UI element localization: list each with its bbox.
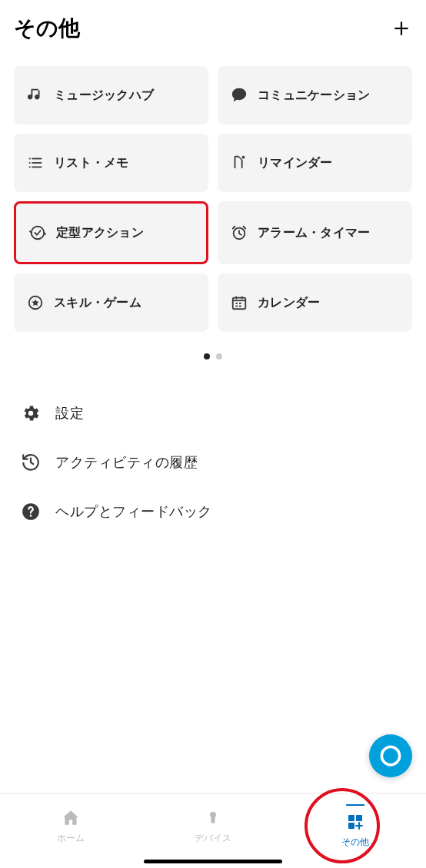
menu-list: 設定 アクティビティの履歴 ヘルプとフィードバック [0, 389, 426, 536]
list-item-help-feedback[interactable]: ヘルプとフィードバック [14, 487, 412, 536]
svg-point-9 [32, 227, 45, 240]
page-title: その他 [14, 14, 80, 43]
svg-rect-2 [29, 158, 31, 160]
tile-label: アラーム・タイマー [258, 225, 371, 241]
list-label: アクティビティの履歴 [55, 453, 198, 472]
routine-icon [28, 224, 47, 242]
tile-label: リマインダー [258, 155, 333, 171]
gear-icon [20, 403, 42, 424]
list-icon [26, 154, 45, 172]
tile-calendar[interactable]: カレンダー [218, 273, 412, 332]
tile-label: リスト・メモ [54, 155, 129, 171]
svg-rect-24 [211, 817, 215, 823]
tile-lists-memos[interactable]: リスト・メモ [14, 134, 208, 192]
alexa-fab-button[interactable] [369, 734, 412, 777]
svg-rect-26 [356, 815, 362, 821]
list-label: ヘルプとフィードバック [55, 502, 212, 521]
nav-more[interactable]: その他 [309, 804, 401, 849]
tile-routines[interactable]: 定型アクション [14, 201, 208, 264]
svg-rect-17 [239, 303, 241, 304]
svg-point-21 [30, 515, 32, 517]
svg-rect-5 [32, 162, 42, 164]
nav-devices[interactable]: デバイス [167, 807, 259, 845]
page-dot[interactable] [216, 353, 222, 359]
tile-reminders[interactable]: リマインダー [218, 134, 412, 192]
svg-rect-3 [32, 158, 42, 160]
svg-point-8 [242, 156, 245, 159]
tile-label: カレンダー [258, 295, 321, 311]
speech-icon [230, 86, 248, 104]
svg-rect-6 [29, 167, 31, 168]
alarm-icon [230, 224, 248, 242]
tile-communication[interactable]: コミュニケーション [218, 66, 412, 124]
nav-label: その他 [341, 836, 369, 849]
svg-rect-19 [239, 306, 241, 307]
svg-rect-7 [32, 167, 42, 168]
more-icon [344, 811, 366, 833]
add-button[interactable] [391, 18, 412, 39]
home-icon [60, 807, 82, 829]
svg-rect-16 [235, 303, 238, 304]
tile-label: スキル・ゲーム [54, 295, 141, 311]
page-dot-active[interactable] [204, 353, 210, 359]
list-item-activity-history[interactable]: アクティビティの履歴 [14, 438, 412, 487]
tile-skills-games[interactable]: スキル・ゲーム [14, 273, 208, 332]
nav-label: ホーム [57, 832, 85, 845]
tile-grid: ミュージックハブ コミュニケーション リスト・メモ リマインダー 定型アクション… [0, 52, 426, 332]
tile-label: コミュニケーション [258, 88, 371, 104]
list-item-settings[interactable]: 設定 [14, 389, 412, 438]
header: その他 [0, 0, 426, 52]
tile-label: 定型アクション [56, 225, 144, 241]
help-icon [20, 501, 42, 522]
tile-music-hub[interactable]: ミュージックハブ [14, 66, 208, 124]
nav-label: デバイス [195, 832, 231, 845]
svg-rect-25 [348, 815, 354, 821]
list-label: 設定 [55, 404, 84, 422]
tile-alarm-timer[interactable]: アラーム・タイマー [218, 201, 412, 264]
device-icon [202, 807, 224, 829]
skill-icon [26, 293, 45, 312]
pagination-dots [0, 353, 426, 359]
bottom-navigation: ホーム デバイス その他 [0, 793, 426, 868]
svg-rect-27 [348, 823, 354, 829]
svg-rect-4 [29, 162, 31, 164]
music-icon [26, 86, 45, 104]
tile-label: ミュージックハブ [54, 88, 154, 104]
reminder-icon [230, 154, 248, 172]
history-icon [20, 452, 42, 473]
home-indicator [144, 860, 282, 863]
nav-home[interactable]: ホーム [25, 807, 117, 845]
svg-rect-18 [235, 306, 238, 307]
calendar-icon [230, 293, 248, 312]
svg-point-22 [381, 747, 399, 764]
